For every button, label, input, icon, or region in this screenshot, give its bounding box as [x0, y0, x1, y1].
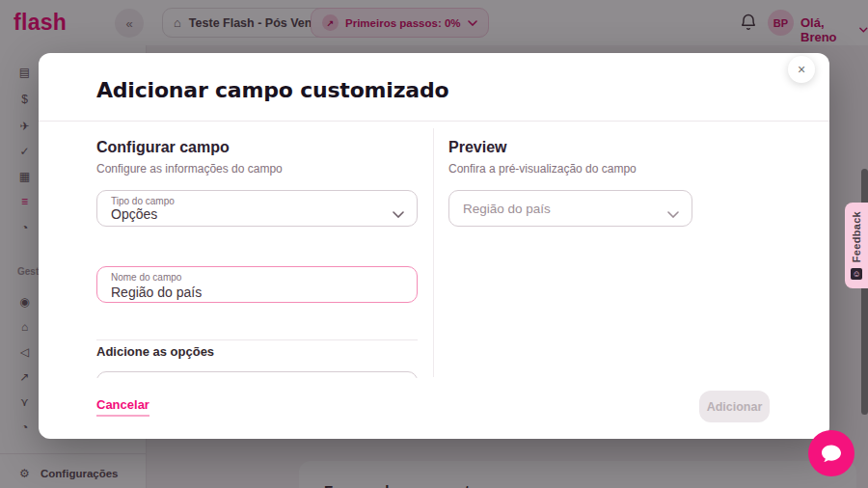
configure-subheading: Configure as informações do campo	[96, 162, 283, 176]
preview-select[interactable]: Região do país	[448, 190, 692, 227]
preview-subheading: Confira a pré-visualização do campo	[448, 162, 637, 176]
preview-select-placeholder: Região do país	[463, 202, 551, 216]
field-type-select[interactable]: Tipo do campo Opções	[96, 190, 418, 227]
configure-column: Configurar campo Configure as informaçõe…	[96, 122, 418, 378]
feedback-tab[interactable]: Feedback ☺	[845, 203, 868, 288]
chevron-down-icon	[667, 211, 679, 218]
feedback-tab-label: Feedback	[851, 211, 862, 262]
field-name-input-wrapper[interactable]: Nome do campo	[96, 266, 418, 303]
options-heading: Adicione as opções	[96, 344, 214, 359]
section-divider	[96, 339, 418, 340]
speech-bubble-icon	[818, 440, 845, 467]
add-button-disabled[interactable]: Adicionar	[699, 391, 770, 422]
close-icon: ×	[798, 62, 805, 77]
field-type-value: Opções	[111, 207, 382, 222]
column-divider	[433, 128, 434, 377]
chat-launcher-button[interactable]	[808, 430, 854, 476]
field-name-label: Nome do campo	[111, 272, 382, 284]
add-custom-field-modal: Adicionar campo customizado × Configurar…	[39, 53, 829, 439]
field-name-input[interactable]	[111, 285, 382, 300]
configure-heading: Configurar campo	[96, 139, 230, 156]
cancel-button[interactable]: Cancelar	[96, 397, 149, 417]
option-input[interactable]	[96, 371, 418, 378]
feedback-smiley-icon: ☺	[851, 268, 862, 280]
modal-title: Adicionar campo customizado	[96, 78, 448, 102]
modal-footer: Cancelar Adicionar	[39, 378, 829, 439]
chevron-down-icon	[393, 211, 404, 218]
preview-heading: Preview	[448, 139, 506, 156]
close-button[interactable]: ×	[788, 56, 815, 83]
